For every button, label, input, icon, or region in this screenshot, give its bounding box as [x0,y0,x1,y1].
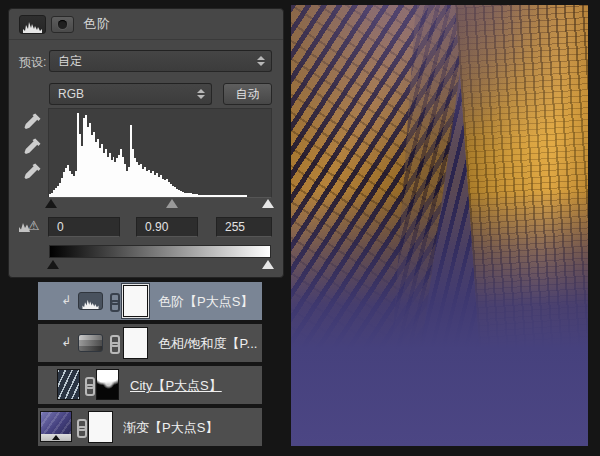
gradient-stop-icon [52,435,60,440]
preset-label: 预设: [19,54,46,71]
gradient-art [41,412,71,434]
gray-point-eyedropper-icon[interactable] [22,137,44,157]
histogram-glyph [23,20,42,33]
layer-row-hue-saturation[interactable]: ↲ 色相/饱和度【P... [38,324,262,362]
input-midtone-slider[interactable] [166,199,178,208]
layer-name: 色阶【P大点S】 [158,293,253,311]
gradient-mini-bar [41,434,71,441]
hue-saturation-adjustment-icon[interactable] [78,334,103,352]
input-highlight-slider[interactable] [262,199,274,208]
channel-value: RGB [58,87,84,101]
warning-triangle-glyph: ⚠ [28,219,40,232]
panel-title: 色阶 [83,15,111,33]
preset-value: 自定 [58,53,82,70]
layer-name: 渐变【P大点S】 [123,419,218,437]
highlight-input-field[interactable]: 255 [216,217,272,237]
link-mask-icon[interactable] [109,335,119,352]
layer-mask-thumbnail[interactable] [96,369,119,400]
levels-properties-panel: 色阶 预设: 自定 RGB 自动 ⚠ 0 0.90 255 [8,8,284,278]
circle-glyph [58,20,67,29]
layer-mask-thumbnail[interactable] [88,411,113,443]
link-mask-icon[interactable] [109,293,119,310]
link-mask-icon[interactable] [76,419,86,436]
stepper-icon [257,51,265,71]
document-canvas[interactable] [291,5,588,446]
output-slider-rail [48,260,272,272]
layer-row-levels[interactable]: ↲ 色阶【P大点S】 [38,282,262,320]
layer-name: 色相/饱和度【P... [158,335,257,353]
histogram-bars [49,109,271,197]
input-slider-rail [48,199,272,211]
levels-panel-header: 色阶 [9,9,283,40]
layer-mask-thumbnail[interactable] [123,285,148,317]
output-shadow-slider[interactable] [47,260,59,269]
stepper-icon [197,84,205,104]
layer-thumbnail[interactable] [57,369,80,400]
clipping-mask-arrow-icon: ↲ [61,335,71,349]
black-point-eyedropper-icon[interactable] [22,112,44,132]
clip-to-layer-icon[interactable] [51,16,74,33]
city-image-art [58,370,79,399]
link-mask-icon[interactable] [84,377,94,394]
levels-adjustment-icon[interactable] [78,292,103,310]
shadow-input-field[interactable]: 0 [48,217,120,237]
clipping-mask-arrow-icon: ↲ [61,293,71,307]
levels-histogram-icon[interactable] [19,15,46,34]
white-point-eyedropper-icon[interactable] [22,162,44,182]
output-highlight-slider[interactable] [262,260,274,269]
output-levels-gradient [49,245,271,258]
gradient-fill-thumbnail[interactable] [40,411,72,442]
layer-row-city[interactable]: City【P大点S】 [38,366,262,404]
input-shadow-slider[interactable] [45,199,57,208]
layer-name: City【P大点S】 [130,377,222,395]
gradient-fade-overlay [291,5,588,446]
channel-dropdown[interactable]: RGB [49,83,212,105]
midtone-input-field[interactable]: 0.90 [136,217,198,237]
layer-mask-thumbnail[interactable] [123,327,148,359]
preset-dropdown[interactable]: 自定 [49,50,272,72]
histogram-warning-icon[interactable]: ⚠ [18,219,40,232]
layer-row-gradient[interactable]: 渐变【P大点S】 [38,408,262,446]
levels-histogram [48,108,272,198]
auto-button[interactable]: 自动 [223,83,272,105]
